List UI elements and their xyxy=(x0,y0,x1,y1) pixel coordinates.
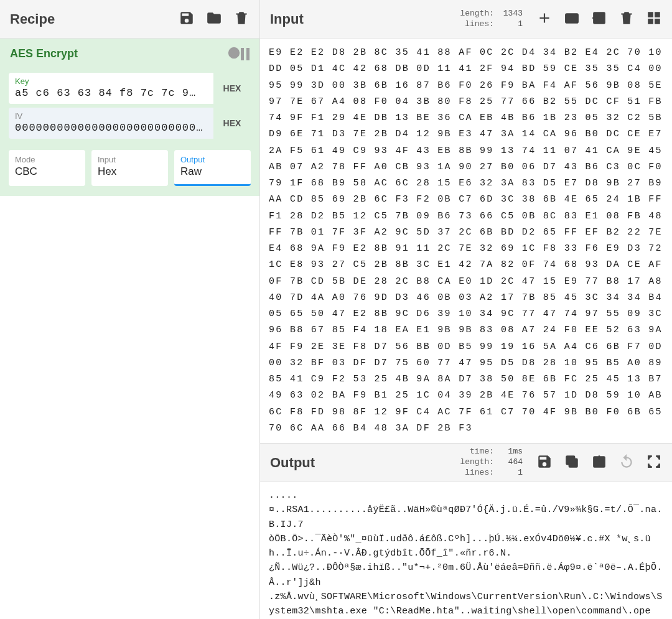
operation-name: AES Encrypt xyxy=(10,47,78,60)
input-stats: length:1343 lines:1 xyxy=(460,9,523,30)
input-title: Input xyxy=(270,11,304,27)
copy-output-icon[interactable] xyxy=(564,454,580,472)
output-header: Output time:1ms length:464 lines:1 xyxy=(260,444,672,482)
disable-operation-icon[interactable] xyxy=(218,46,241,62)
mode-select[interactable]: Mode CBC xyxy=(9,150,85,186)
recipe-header: Recipe xyxy=(0,0,259,39)
save-output-icon[interactable] xyxy=(536,454,553,472)
move-to-input-icon[interactable] xyxy=(591,454,607,472)
output-format-select[interactable]: Output Raw xyxy=(174,150,251,186)
add-input-icon[interactable] xyxy=(536,10,553,28)
iv-label: IV xyxy=(15,111,207,121)
input-textarea[interactable]: E9 E2 E2 D8 2B 8C 35 41 88 AF 0C 2C D4 3… xyxy=(260,39,672,443)
iv-encoding[interactable]: HEX xyxy=(213,108,251,139)
recipe-title: Recipe xyxy=(10,11,55,27)
output-title: Output xyxy=(270,455,315,471)
output-stats: time:1ms length:464 lines:1 xyxy=(460,447,523,478)
fullscreen-icon[interactable] xyxy=(646,454,662,472)
open-folder-icon[interactable] xyxy=(206,10,222,28)
key-field[interactable]: Key a5 c6 63 63 84 f8 7c 7c 9… HEX xyxy=(9,73,251,104)
output-textarea[interactable]: ..... ¤..RSA1..........åÿË£ã..WäH»©ùªqØÐ… xyxy=(260,482,672,619)
iv-value[interactable]: 00000000000000000000000000… xyxy=(15,122,207,134)
input-header: Input length:1343 lines:1 xyxy=(260,0,672,39)
pause-operation-icon[interactable] xyxy=(241,48,250,60)
new-tab-icon[interactable] xyxy=(564,10,580,28)
recipe-body: AES Encrypt Key a5 c6 63 63 84 f8 7c 7c … xyxy=(0,39,259,196)
iv-field[interactable]: IV 00000000000000000000000000… HEX xyxy=(9,108,251,139)
svg-rect-9 xyxy=(566,456,574,464)
open-file-icon[interactable] xyxy=(591,10,607,28)
save-recipe-icon[interactable] xyxy=(179,10,195,28)
svg-rect-2 xyxy=(566,14,578,23)
svg-rect-6 xyxy=(648,19,653,24)
svg-rect-4 xyxy=(648,12,653,17)
clear-recipe-icon[interactable] xyxy=(233,10,250,28)
key-value[interactable]: a5 c6 63 63 84 f8 7c 7c 9… xyxy=(15,87,207,99)
tile-view-icon[interactable] xyxy=(646,10,662,28)
svg-rect-5 xyxy=(655,12,660,17)
clear-input-icon[interactable] xyxy=(618,10,635,28)
key-label: Key xyxy=(15,77,207,86)
undo-icon[interactable] xyxy=(618,454,635,472)
svg-rect-7 xyxy=(655,19,660,24)
key-encoding[interactable]: HEX xyxy=(213,73,251,104)
aes-encrypt-operation: AES Encrypt Key a5 c6 63 63 84 f8 7c 7c … xyxy=(0,39,259,196)
input-format-select[interactable]: Input Hex xyxy=(91,150,168,186)
